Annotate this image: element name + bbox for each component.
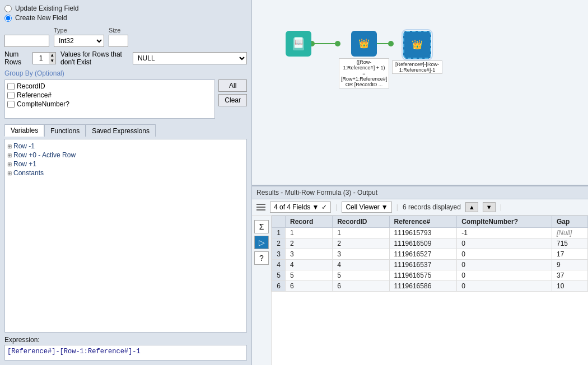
create-field-row: Create New Field bbox=[4, 14, 247, 22]
tab-variables[interactable]: Variables bbox=[4, 124, 44, 137]
col-reference[interactable]: Reference# bbox=[389, 216, 457, 228]
fields-check-icon: ✓ bbox=[321, 203, 327, 211]
expand-icon-row-minus1: ⊞ bbox=[7, 143, 12, 149]
canvas-area: 📖 👑 ([Row-1:Reference#] + 1) = [Row+1:Re… bbox=[252, 0, 588, 186]
col-gap[interactable]: Gap bbox=[552, 216, 588, 228]
clear-button[interactable]: Clear bbox=[218, 94, 247, 106]
complete-checkbox[interactable] bbox=[7, 101, 15, 108]
cell-reference: 1119616537 bbox=[389, 260, 457, 270]
expression-box[interactable]: [Reference#]-[Row-1:Reference#]-1 bbox=[4, 345, 247, 361]
sigma-icon[interactable]: Σ bbox=[254, 220, 269, 233]
fields-count-text: 4 of 4 Fields bbox=[274, 203, 310, 211]
cell-reference: 1119616509 bbox=[389, 238, 457, 249]
row-num: 2 bbox=[272, 238, 286, 249]
checkbox-recordid: RecordID bbox=[7, 82, 212, 90]
expand-icon-row-plus1: ⊞ bbox=[7, 161, 12, 167]
node-input[interactable]: 📖 bbox=[286, 31, 311, 57]
cell-complete: 0 bbox=[457, 260, 552, 270]
cell-recordid: 6 bbox=[333, 281, 389, 292]
row-num: 1 bbox=[272, 228, 286, 238]
reference-label: Reference# bbox=[17, 91, 52, 99]
tree-constants[interactable]: ⊞ Constants bbox=[7, 169, 244, 177]
num-rows-input[interactable] bbox=[33, 53, 49, 64]
type-label: Type bbox=[54, 27, 104, 34]
expression-section: Expression: [Reference#]-[Row-1:Referenc… bbox=[4, 336, 247, 361]
cell-complete: 0 bbox=[457, 281, 552, 292]
table-icon[interactable] bbox=[256, 203, 265, 211]
num-rows-row: Num Rows ▲ ▼ Values for Rows that don't … bbox=[4, 50, 247, 66]
cell-viewer-button[interactable]: Cell Viewer ▼ bbox=[342, 202, 391, 213]
col-recordid[interactable]: RecordID bbox=[333, 216, 389, 228]
all-button[interactable]: All bbox=[218, 79, 247, 92]
create-radio[interactable] bbox=[4, 15, 12, 22]
fields-button[interactable]: 4 of 4 Fields ▼ ✓ bbox=[270, 202, 331, 213]
recordid-label: RecordID bbox=[17, 82, 45, 90]
row-num: 6 bbox=[272, 281, 286, 292]
spinner-down[interactable]: ▼ bbox=[49, 58, 55, 64]
type-select[interactable]: Int32 Int64 String Double bbox=[54, 35, 104, 47]
num-rows-spinner: ▲ ▼ bbox=[32, 52, 56, 64]
col-complete[interactable]: ComplteNumber? bbox=[457, 216, 552, 228]
update-label: Update Existing Field bbox=[15, 4, 78, 12]
sort-desc-button[interactable]: ▼ bbox=[483, 202, 496, 212]
table-row: 6 6 6 1119616586 0 10 bbox=[272, 281, 588, 292]
checkboxes-area: RecordID Reference# ComplteNumber? bbox=[4, 79, 215, 119]
cell-reference: 1119616575 bbox=[389, 270, 457, 281]
node-label-2: [Reference#]-[Row-1:Reference#]-1 bbox=[392, 60, 442, 74]
num-rows-label: Num Rows bbox=[4, 50, 28, 66]
null-select[interactable]: NULL 0 Empty bbox=[133, 52, 247, 64]
cell-record: 3 bbox=[286, 249, 333, 260]
left-icons: Σ ▷ ? bbox=[252, 216, 272, 365]
tab-functions[interactable]: Functions bbox=[44, 124, 86, 137]
reference-checkbox[interactable] bbox=[7, 92, 15, 99]
canvas-svg bbox=[252, 0, 588, 185]
results-table-wrap: Record RecordID Reference# ComplteNumber… bbox=[272, 216, 588, 365]
size-label: Size bbox=[109, 27, 128, 34]
spinner-buttons: ▲ ▼ bbox=[49, 53, 55, 64]
values-label: Values for Rows that don't Exist bbox=[60, 50, 128, 66]
spinner-up[interactable]: ▲ bbox=[49, 53, 55, 58]
results-table: Record RecordID Reference# ComplteNumber… bbox=[272, 216, 588, 292]
tree-label-row-active: Row +0 - Active Row bbox=[13, 151, 76, 159]
tree-row-minus1[interactable]: ⊞ Row -1 bbox=[7, 142, 244, 151]
cell-gap: 10 bbox=[552, 281, 588, 292]
row-num: 4 bbox=[272, 260, 286, 270]
tree-row-active[interactable]: ⊞ Row +0 - Active Row bbox=[7, 151, 244, 160]
tree-row-plus1[interactable]: ⊞ Row +1 bbox=[7, 160, 244, 169]
col-record[interactable]: Record bbox=[286, 216, 333, 228]
update-radio[interactable] bbox=[4, 5, 12, 12]
cell-complete: -1 bbox=[457, 228, 552, 238]
complete-label: ComplteNumber? bbox=[17, 100, 69, 108]
cell-recordid: 5 bbox=[333, 270, 389, 281]
shape-icon[interactable]: ▷ bbox=[254, 236, 269, 249]
size-input[interactable]: 4 bbox=[109, 35, 128, 47]
variables-area: ⊞ Row -1 ⊞ Row +0 - Active Row ⊞ Row +1 … bbox=[4, 139, 247, 333]
checkbox-complete: ComplteNumber? bbox=[7, 100, 212, 108]
table-row: 3 3 3 1119616527 0 17 bbox=[272, 249, 588, 260]
tab-saved-expressions[interactable]: Saved Expressions bbox=[86, 124, 156, 137]
group-by-container: RecordID Reference# ComplteNumber? All C… bbox=[4, 79, 247, 119]
expand-icon-constants: ⊞ bbox=[7, 170, 12, 176]
cell-recordid: 3 bbox=[333, 249, 389, 260]
cell-recordid: 2 bbox=[333, 238, 389, 249]
right-panel: 📖 👑 ([Row-1:Reference#] + 1) = [Row+1:Re… bbox=[252, 0, 588, 365]
create-label: Create New Field bbox=[15, 14, 67, 22]
node-multirow-2[interactable]: 👑 [Reference#]-[Row-1:Reference#]-1 bbox=[392, 31, 442, 74]
cell-gap: [Null] bbox=[552, 228, 588, 238]
row-num: 5 bbox=[272, 270, 286, 281]
cell-record: 6 bbox=[286, 281, 333, 292]
tree-label-row-minus1: Row -1 bbox=[13, 142, 35, 150]
svg-text:👑: 👑 bbox=[412, 39, 423, 50]
node-multirow-1[interactable]: 👑 ([Row-1:Reference#] + 1) = [Row+1:Refe… bbox=[339, 31, 389, 88]
expand-icon-row-active: ⊞ bbox=[7, 152, 12, 158]
field-name-input[interactable]: Gap bbox=[4, 35, 49, 47]
results-tbody: 1 1 1 1119615793 -1 [Null] 2 2 2 1119616… bbox=[272, 228, 588, 292]
cell-viewer-text: Cell Viewer bbox=[346, 203, 379, 211]
recordid-checkbox[interactable] bbox=[7, 83, 15, 90]
cell-record: 2 bbox=[286, 238, 333, 249]
cell-gap: 37 bbox=[552, 270, 588, 281]
sort-asc-button[interactable]: ▲ bbox=[465, 202, 478, 212]
tabs-row: Variables Functions Saved Expressions bbox=[4, 124, 247, 137]
help-icon[interactable]: ? bbox=[254, 251, 269, 265]
results-header: Results - Multi-Row Formula (3) - Output bbox=[252, 186, 588, 199]
